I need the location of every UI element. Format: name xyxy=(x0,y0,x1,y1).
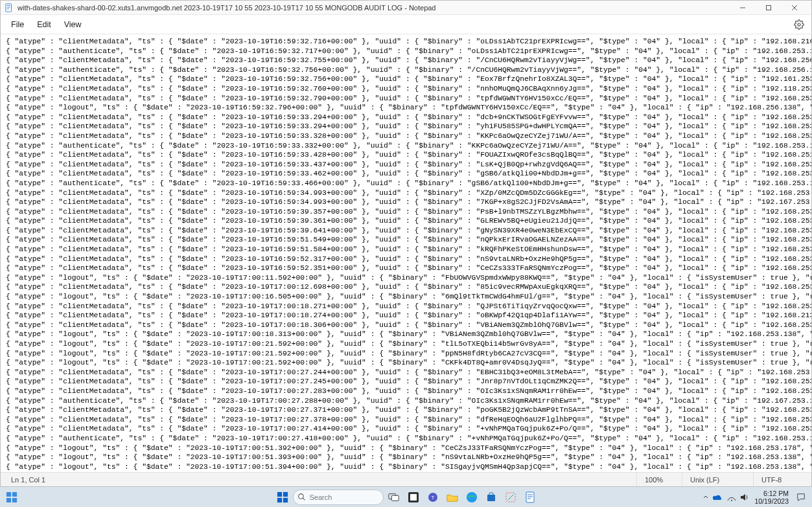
minimize-button[interactable] xyxy=(730,1,756,15)
status-zoom[interactable]: 100% xyxy=(636,473,682,486)
taskbar-search[interactable] xyxy=(293,490,384,505)
start-button[interactable] xyxy=(273,488,292,506)
svg-rect-5 xyxy=(767,5,771,10)
svg-rect-29 xyxy=(526,492,534,502)
taskbar-clock[interactable]: 6:12 PM 10/19/2023 xyxy=(754,490,789,505)
taskbar-app-teams[interactable]: T xyxy=(424,488,442,506)
taskbar-app-explorer[interactable] xyxy=(443,488,461,506)
notifications-button[interactable] xyxy=(794,490,808,504)
titlebar[interactable]: with-dates-shakes-shard-00-02.xuts1.anvm… xyxy=(1,1,811,15)
svg-rect-12 xyxy=(12,497,17,502)
svg-rect-13 xyxy=(277,491,281,496)
taskbar-app-snip[interactable] xyxy=(502,488,520,506)
menu-view[interactable]: View xyxy=(58,17,88,32)
windows-logo-icon xyxy=(277,491,288,503)
svg-rect-22 xyxy=(410,494,417,501)
settings-button[interactable] xyxy=(791,16,807,33)
onedrive-icon[interactable] xyxy=(713,493,723,501)
maximize-button[interactable] xyxy=(756,1,782,15)
svg-rect-15 xyxy=(277,497,281,502)
tray-chevron-icon[interactable] xyxy=(702,494,709,501)
svg-point-33 xyxy=(731,500,732,501)
statusbar: Ln 1, Col 1 100% Unix (LF) UTF-8 xyxy=(1,472,811,486)
svg-rect-20 xyxy=(391,495,399,501)
gear-icon xyxy=(794,19,804,30)
menu-edit[interactable]: Edit xyxy=(30,17,58,32)
svg-rect-10 xyxy=(12,491,17,496)
status-position: Ln 1, Col 1 xyxy=(1,473,636,486)
notepad-window: with-dates-shakes-shard-00-02.xuts1.anvm… xyxy=(0,0,812,487)
taskbar-app-1[interactable] xyxy=(404,488,423,506)
widgets-button[interactable] xyxy=(3,488,21,506)
svg-rect-9 xyxy=(6,491,11,496)
window-title: with-dates-shakes-shard-00-02.xuts1.anvm… xyxy=(17,4,730,12)
volume-icon[interactable] xyxy=(740,493,749,501)
file-content[interactable]: { "atype" : "clientMetadata", "ts" : { "… xyxy=(1,34,811,472)
close-button[interactable] xyxy=(782,1,807,15)
taskbar-app-edge[interactable] xyxy=(463,488,481,506)
clock-date: 10/19/2023 xyxy=(754,497,789,505)
status-eol: Unix (LF) xyxy=(682,473,753,486)
editor-area[interactable]: { "atype" : "clientMetadata", "ts" : { "… xyxy=(1,34,811,472)
taskbar-app-notepad[interactable] xyxy=(521,488,539,506)
status-encoding: UTF-8 xyxy=(753,473,811,486)
svg-rect-16 xyxy=(283,497,287,502)
svg-rect-0 xyxy=(6,3,12,11)
svg-rect-14 xyxy=(283,491,287,496)
svg-point-17 xyxy=(298,494,303,499)
clock-time: 6:12 PM xyxy=(763,490,789,497)
svg-text:T: T xyxy=(431,495,434,501)
svg-line-18 xyxy=(303,498,305,500)
network-icon[interactable] xyxy=(727,493,736,501)
svg-rect-11 xyxy=(6,497,11,502)
search-icon xyxy=(297,493,306,501)
system-tray[interactable] xyxy=(702,493,749,501)
taskbar: T 6:12 PM 10/19/2023 xyxy=(0,487,812,507)
taskbar-app-store[interactable] xyxy=(482,488,500,506)
task-view-button[interactable] xyxy=(385,488,403,506)
menu-file[interactable]: File xyxy=(5,17,30,32)
svg-point-8 xyxy=(798,23,800,26)
notepad-app-icon xyxy=(5,3,14,12)
menubar: File Edit View xyxy=(1,15,811,34)
